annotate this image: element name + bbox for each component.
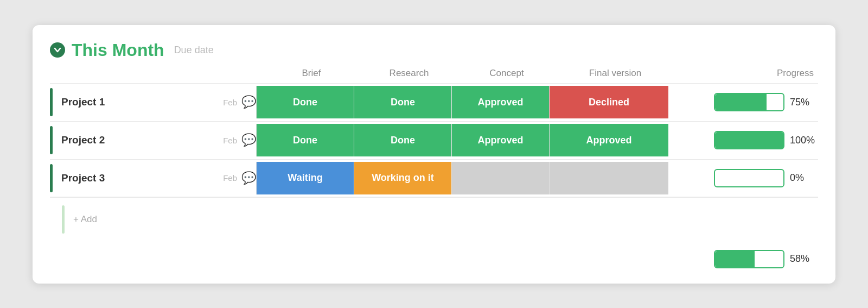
status-cell-concept[interactable]: Approved [451, 86, 549, 118]
comment-icon[interactable]: 💬 [241, 95, 256, 109]
status-badge-final-version: Declined [550, 86, 668, 118]
project-name: Project 2 [61, 134, 220, 146]
status-badge-brief: Waiting [257, 162, 354, 194]
column-headers: Brief Research Concept Final version Pro… [50, 66, 818, 81]
col-header-research: Research [360, 66, 458, 81]
footer-row: 58% [50, 241, 818, 268]
due-date-value: Feb [223, 98, 237, 107]
status-badge-research: Done [354, 86, 451, 118]
progress-cell: 75% [668, 93, 818, 111]
status-badge-brief: Done [257, 86, 354, 118]
status-cell-research[interactable]: Done [354, 86, 451, 118]
status-badge-brief: Done [257, 124, 354, 156]
add-label[interactable]: + Add [73, 214, 97, 225]
progress-pct-label: 0% [790, 172, 816, 184]
progress-pct-label: 100% [790, 135, 816, 146]
header-row: This Month Due date [50, 40, 818, 60]
main-card: This Month Due date Brief Research Conce… [33, 25, 835, 284]
progress-pct-label: 75% [790, 97, 816, 108]
status-badge-concept [452, 162, 549, 194]
progress-bar [714, 131, 784, 149]
status-cell-final-version[interactable]: Declined [549, 86, 668, 118]
status-cell-brief[interactable]: Done [256, 86, 354, 118]
status-badge-final-version: Approved [550, 124, 668, 156]
table-row: Project 2Feb💬DoneDoneApprovedApproved100… [50, 121, 818, 159]
col-header-project [56, 66, 263, 81]
status-badge-research: Done [354, 124, 451, 156]
section-title: This Month [72, 40, 164, 60]
col-header-brief: Brief [263, 66, 360, 81]
comment-icon[interactable]: 💬 [241, 133, 256, 147]
status-cell-final-version[interactable] [549, 162, 668, 194]
add-row[interactable]: + Add [50, 197, 818, 241]
progress-bar [714, 93, 784, 111]
footer-progress-fill [715, 251, 755, 267]
col-header-final-version: Final version [556, 66, 675, 81]
progress-bar [714, 169, 784, 187]
row-indicator [50, 88, 53, 116]
progress-cell: 0% [668, 169, 818, 187]
status-badge-concept: Approved [452, 86, 549, 118]
status-badge-research: Working on it [354, 162, 451, 194]
status-cell-concept[interactable]: Approved [451, 124, 549, 156]
progress-cell: 100% [668, 131, 818, 149]
project-cell: Project 3Feb💬 [50, 160, 256, 197]
status-cell-brief[interactable]: Done [256, 124, 354, 156]
status-badge-final-version [550, 162, 668, 194]
row-indicator [50, 164, 53, 192]
status-cell-concept[interactable] [451, 162, 549, 194]
status-cell-final-version[interactable]: Approved [549, 124, 668, 156]
row-indicator [50, 126, 53, 154]
comment-icon[interactable]: 💬 [241, 171, 256, 185]
status-cell-brief[interactable]: Waiting [256, 162, 354, 194]
due-date-value: Feb [223, 173, 237, 183]
project-name: Project 1 [61, 96, 220, 108]
project-name: Project 3 [61, 172, 220, 184]
project-cell: Project 2Feb💬 [50, 122, 256, 159]
col-header-concept: Concept [458, 66, 556, 81]
footer-progress-pct: 58% [790, 253, 816, 265]
status-badge-concept: Approved [452, 124, 549, 156]
progress-bar-fill [715, 132, 783, 148]
table-row: Project 3Feb💬WaitingWorking on it0% [50, 159, 818, 197]
status-cell-research[interactable]: Done [354, 124, 451, 156]
footer-progress-bar [714, 250, 784, 268]
progress-bar-fill [715, 94, 767, 110]
col-header-progress: Progress [675, 66, 818, 81]
status-cell-research[interactable]: Working on it [354, 162, 451, 194]
table-row: Project 1Feb💬DoneDoneApprovedDeclined75% [50, 83, 818, 121]
collapse-button[interactable] [50, 42, 65, 58]
due-date-header-label: Due date [174, 45, 214, 56]
project-cell: Project 1Feb💬 [50, 84, 256, 121]
due-date-value: Feb [223, 136, 237, 145]
add-row-indicator [62, 205, 65, 234]
table-body: Project 1Feb💬DoneDoneApprovedDeclined75%… [50, 83, 818, 197]
